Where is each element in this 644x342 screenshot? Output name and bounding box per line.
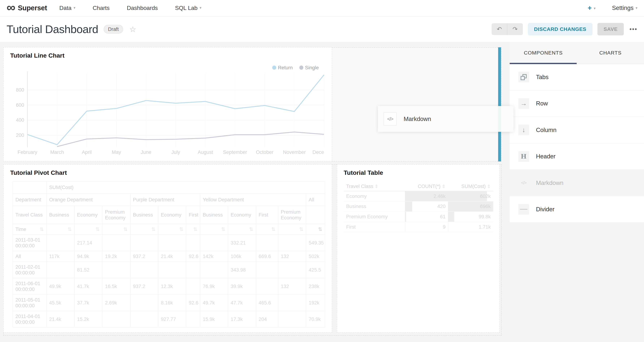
navbar-right: +▾ Settings▾ <box>588 4 638 12</box>
pivot-value-cell: 217.14 <box>74 234 102 251</box>
sort-icon[interactable]: ⇅ <box>299 226 304 232</box>
pivot-sort-cell[interactable]: ⇅ <box>278 224 306 234</box>
pivot-col-group-purple-department[interactable]: Purple Department <box>130 194 200 206</box>
column-header-travel-class[interactable]: Travel Class⇕ <box>344 182 405 191</box>
superset-brand[interactable]: ∞ Superset <box>6 2 47 14</box>
sidebar-item-header[interactable]: HHeader <box>510 143 644 170</box>
pivot-data-row: 2011-03-01 00:00:00217.14332.21549.35 <box>13 234 325 251</box>
pivot-sort-cell[interactable]: ⇅ <box>228 224 256 234</box>
column-header-count-[interactable]: COUNT(*)⇕ <box>405 182 448 191</box>
sort-icon[interactable]: ⇅ <box>221 226 225 232</box>
pivot-sort-cell[interactable]: ⇅ <box>200 224 228 234</box>
pivot-value-cell <box>186 278 200 294</box>
undo-button[interactable]: ↶ <box>492 23 507 35</box>
sort-icon[interactable]: ⇕ <box>487 184 491 189</box>
line-chart-card[interactable]: Tutorial Line Chart ReturnSingle 8006004… <box>3 47 332 161</box>
legend-item-single[interactable]: Single <box>299 65 319 70</box>
data-table-row: Premium Economy6199.8k <box>344 212 493 222</box>
nav-item-dashboards[interactable]: Dashboards <box>127 5 158 12</box>
sidebar-tabs: COMPONENTSCHARTS <box>510 42 644 64</box>
add-new-button[interactable]: +▾ <box>588 4 596 12</box>
pivot-col-header[interactable]: Premium Economy <box>278 206 306 224</box>
x-axis-tick-label: June <box>141 150 151 155</box>
pivot-col-header[interactable]: Economy <box>228 206 256 224</box>
sort-icon[interactable]: ⇅ <box>318 226 322 232</box>
x-axis-tick-label: Dece <box>312 150 324 155</box>
sort-icon[interactable]: ⇅ <box>124 226 128 232</box>
legend-item-return[interactable]: Return <box>272 65 293 70</box>
nav-item-charts[interactable]: Charts <box>92 5 110 12</box>
sidebar-item-column[interactable]: ↓Column <box>510 117 644 143</box>
pivot-col-header[interactable]: Business <box>200 206 228 224</box>
pivot-col-header[interactable] <box>306 206 325 224</box>
nav-item-data[interactable]: Data▾ <box>60 5 76 12</box>
pivot-col-header[interactable]: Economy <box>74 206 102 224</box>
sort-icon[interactable]: ⇅ <box>271 226 276 232</box>
settings-menu[interactable]: Settings▾ <box>612 4 638 12</box>
sidebar-item-label: Tabs <box>536 74 549 80</box>
tab-components[interactable]: COMPONENTS <box>510 42 577 64</box>
pivot-chart-card[interactable]: Tutorial Pivot Chart SUM(Cost)Department… <box>3 164 332 333</box>
pivot-col-header[interactable]: Economy <box>158 206 186 224</box>
sort-icon[interactable]: ⇅ <box>96 226 100 232</box>
sort-icon[interactable]: ⇅ <box>40 226 44 232</box>
pivot-col-header[interactable]: Business <box>130 206 158 224</box>
save-button[interactable]: SAVE <box>598 23 624 35</box>
drag-ghost-markdown[interactable]: </> Markdown <box>378 106 514 132</box>
legend-label: Single <box>305 65 319 70</box>
redo-button[interactable]: ↷ <box>507 23 523 35</box>
sidebar-item-label: Row <box>536 100 548 107</box>
sort-icon[interactable]: ⇅ <box>249 226 253 232</box>
sort-icon[interactable]: ⇅ <box>152 226 156 232</box>
sort-icon[interactable]: ⇅ <box>68 226 72 232</box>
pivot-metric-header: SUM(Cost) <box>46 181 325 194</box>
pivot-sort-cell[interactable]: ⇅ <box>158 224 186 234</box>
dashboard-row-1[interactable]: Tutorial Line Chart ReturnSingle 8006004… <box>3 47 501 162</box>
sidebar-item-markdown[interactable]: </>Markdown <box>510 170 644 196</box>
pivot-col-group-orange-department[interactable]: Orange Department <box>46 194 130 206</box>
pivot-sort-cell[interactable]: ⇅ <box>102 224 130 234</box>
pivot-value-cell <box>200 262 228 278</box>
row-arrow-icon: → <box>518 98 529 109</box>
sidebar-item-divider[interactable]: Divider <box>510 196 644 223</box>
pivot-sort-cell[interactable]: ⇅ <box>256 224 278 234</box>
sort-icon[interactable]: ⇕ <box>442 184 446 189</box>
pivot-sort-cell[interactable]: ⇅ <box>306 224 325 234</box>
pivot-time-label[interactable]: Time⇅ <box>13 224 46 234</box>
series-line-single[interactable] <box>57 132 324 146</box>
pivot-sort-cell[interactable]: ⇅ <box>74 224 102 234</box>
discard-changes-button[interactable]: DISCARD CHANGES <box>528 23 592 35</box>
pivot-col-group-all[interactable]: All <box>306 194 325 206</box>
cell-sum: 602k <box>448 191 493 201</box>
pivot-sort-cell[interactable]: ⇅ <box>46 224 74 234</box>
pivot-col-group-yellow-department[interactable]: Yellow Department <box>200 194 306 206</box>
sidebar-item-row[interactable]: →Row <box>510 90 644 117</box>
pivot-col-header[interactable]: First <box>186 206 200 224</box>
pivot-value-cell: 15.9k <box>200 311 228 327</box>
pivot-value-cell: 669.6 <box>256 251 278 262</box>
pivot-col-header[interactable]: Premium Economy <box>102 206 130 224</box>
pivot-sort-cell[interactable]: ⇅ <box>130 224 158 234</box>
pivot-value-cell: 81.52 <box>74 262 102 278</box>
pivot-col-header[interactable]: Business <box>46 206 74 224</box>
favorite-star-icon[interactable]: ☆ <box>129 25 136 34</box>
dashboard-row-2[interactable]: Tutorial Pivot Chart SUM(Cost)Department… <box>3 164 501 336</box>
nav-item-sql-lab[interactable]: SQL Lab▾ <box>175 5 202 12</box>
sort-icon[interactable]: ⇅ <box>179 226 184 232</box>
nav-item-label: Dashboards <box>127 5 158 11</box>
pivot-data-row: 2011-06-01 00:00:0049.9k41.7k16.5k937.21… <box>13 278 325 294</box>
pivot-col-header[interactable]: First <box>256 206 278 224</box>
sidebar-item-tabs[interactable]: Tabs <box>510 64 644 90</box>
pivot-sort-cell[interactable]: ⇅ <box>186 224 200 234</box>
pivot-value-cell: 204 <box>256 311 278 327</box>
sort-icon[interactable]: ⇕ <box>375 184 378 189</box>
sort-icon[interactable]: ⇅ <box>193 226 198 232</box>
pivot-value-cell: 937.2 <box>130 251 158 262</box>
tab-charts[interactable]: CHARTS <box>577 42 644 64</box>
column-arrow-icon: ↓ <box>518 124 529 135</box>
pivot-class-label: Travel Class <box>13 206 46 224</box>
more-options-button[interactable]: ••• <box>630 26 638 32</box>
page-title[interactable]: Tutorial Dashboard <box>6 23 98 36</box>
column-header-sum-cost-[interactable]: SUM(Cost)⇕ <box>448 182 493 191</box>
data-table-card[interactable]: Tutorial Table Travel Class⇕COUNT(*)⇕SUM… <box>337 164 500 333</box>
